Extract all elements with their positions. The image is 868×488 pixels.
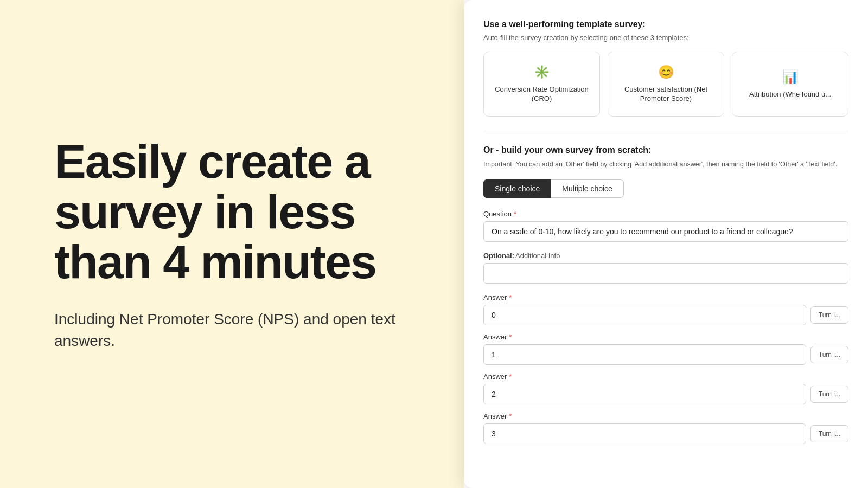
left-panel: Easily create a survey in less than 4 mi… bbox=[0, 0, 464, 488]
template-section: Use a well-performing template survey: A… bbox=[483, 20, 848, 117]
scratch-note: Important: You can add an 'Other' field … bbox=[483, 159, 848, 170]
scratch-title: Or - build your own survey from scratch: bbox=[483, 145, 848, 155]
sub-heading: Including Net Promoter Score (NPS) and o… bbox=[54, 309, 410, 351]
nps-icon: 😊 bbox=[658, 65, 674, 80]
multiple-choice-button[interactable]: Multiple choice bbox=[551, 179, 624, 198]
scratch-note-label: Important: bbox=[483, 160, 514, 168]
turn-in-1-button[interactable]: Turn i... bbox=[810, 346, 848, 363]
question-field-group: Question * bbox=[483, 210, 848, 242]
answer-3-label: Answer * bbox=[483, 412, 848, 420]
question-required-marker: * bbox=[514, 210, 516, 218]
answer-0-label: Answer * bbox=[483, 293, 848, 301]
cro-icon: ✳️ bbox=[534, 65, 550, 80]
nps-label: Customer satisfaction (Net Promoter Scor… bbox=[617, 85, 715, 104]
optional-tag: Optional: bbox=[483, 252, 514, 260]
answer-2-label: Answer * bbox=[483, 373, 848, 381]
template-card-cro[interactable]: ✳️ Conversion Rate Optimization (CRO) bbox=[483, 52, 600, 117]
template-section-title: Use a well-performing template survey: bbox=[483, 20, 848, 29]
attribution-label: Attribution (Whe found u... bbox=[749, 90, 831, 99]
template-cards: ✳️ Conversion Rate Optimization (CRO) 😊 … bbox=[483, 52, 848, 117]
turn-in-3-button[interactable]: Turn i... bbox=[810, 425, 848, 442]
scratch-note-text: You can add an 'Other' field by clicking… bbox=[516, 160, 838, 168]
optional-desc: Additional Info bbox=[515, 252, 560, 260]
answer-row-3: Answer * Turn i... bbox=[483, 412, 848, 444]
question-input[interactable] bbox=[483, 221, 848, 242]
optional-label: Optional: Additional Info bbox=[483, 252, 848, 260]
optional-field-group: Optional: Additional Info bbox=[483, 252, 848, 284]
right-panel: Use a well-performing template survey: A… bbox=[464, 0, 868, 488]
attribution-icon: 📊 bbox=[782, 69, 799, 85]
answer-2-required: * bbox=[509, 373, 512, 381]
question-label: Question * bbox=[483, 210, 848, 218]
answer-0-required: * bbox=[509, 293, 512, 301]
answer-1-label: Answer * bbox=[483, 333, 848, 341]
answer-1-input[interactable] bbox=[483, 344, 806, 365]
answer-3-input[interactable] bbox=[483, 423, 806, 444]
answer-row-0: Answer * Turn i... bbox=[483, 293, 848, 325]
main-heading: Easily create a survey in less than 4 mi… bbox=[54, 137, 410, 287]
answer-0-input[interactable] bbox=[483, 305, 806, 325]
turn-in-2-button[interactable]: Turn i... bbox=[810, 386, 848, 403]
template-section-subtitle: Auto-fill the survey creation by selecti… bbox=[483, 34, 848, 42]
turn-in-0-button[interactable]: Turn i... bbox=[810, 306, 848, 324]
answer-1-required: * bbox=[509, 333, 512, 341]
answer-row-1: Answer * Turn i... bbox=[483, 333, 848, 365]
answer-2-input[interactable] bbox=[483, 384, 806, 404]
scratch-section: Or - build your own survey from scratch:… bbox=[483, 145, 848, 444]
section-divider bbox=[483, 132, 848, 132]
template-card-nps[interactable]: 😊 Customer satisfaction (Net Promoter Sc… bbox=[608, 52, 724, 117]
template-card-attribution[interactable]: 📊 Attribution (Whe found u... bbox=[732, 52, 848, 117]
single-choice-button[interactable]: Single choice bbox=[483, 179, 551, 198]
cro-label: Conversion Rate Optimization (CRO) bbox=[493, 85, 591, 104]
optional-input[interactable] bbox=[483, 263, 848, 284]
answer-row-2: Answer * Turn i... bbox=[483, 373, 848, 404]
answer-3-required: * bbox=[509, 412, 512, 420]
choice-toggle-group: Single choice Multiple choice bbox=[483, 179, 848, 198]
